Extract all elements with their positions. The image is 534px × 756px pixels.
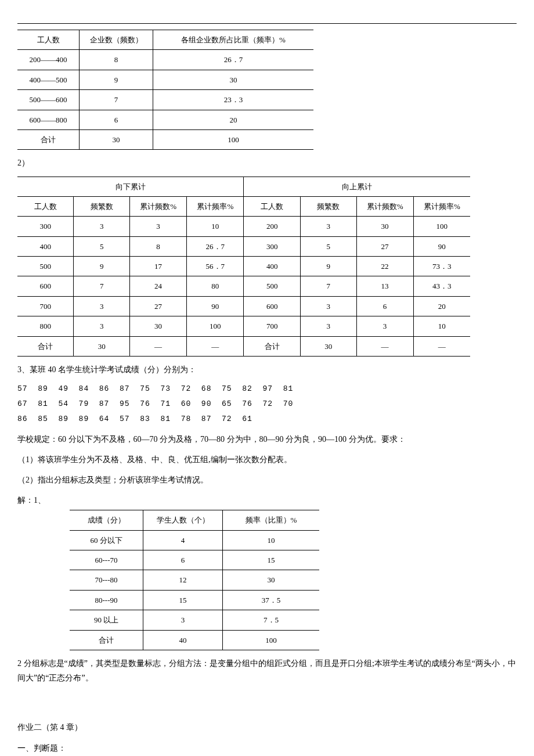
table-row: 400——500930 [17,70,313,89]
hw2-title: 作业二（第 4 章） [17,720,517,735]
requirement-1: （1）将该班学生分为不及格、及格、中、良、优五组,编制一张次数分配表。 [17,452,517,467]
table-row: 合计40100 [70,630,319,650]
table-row: 3003310200330100 [17,217,470,236]
table-row: 60---70615 [70,550,319,570]
q3-title: 3、某班 40 名学生统计学考试成绩（分）分别为： [17,362,517,377]
table-row: 60 分以下410 [70,530,319,550]
score-data-row1: 57 89 49 84 86 87 75 73 72 68 75 82 97 8… [17,383,517,395]
table-workers-frequency: 工人数 企业数（频数） 各组企业数所占比重（频率）% 200——400826．7… [17,30,313,150]
rule-text: 学校规定：60 分以下为不及格，60—70 分为及格，70—80 分为中，80—… [17,432,517,447]
table-row: 50091756．740092273．3 [17,257,470,276]
score-data-row2: 67 81 54 79 87 95 76 71 60 90 65 76 72 7… [17,398,517,411]
table-row: 6007248050071343．3 [17,276,470,296]
section-1-title: 一、判断题： [17,741,517,755]
requirement-2: （2）指出分组标志及类型；分析该班学生考试情况。 [17,473,517,487]
t1-h1: 工人数 [17,30,80,50]
table-row: 8003301007003310 [17,316,470,336]
solve-label: 解：1、 [17,493,517,507]
table-row: 80---901537．5 [70,590,319,610]
table-row: 90 以上37．5 [70,610,319,630]
table-row: 700327906003620 [17,296,470,316]
page-rule-top [17,23,517,24]
table-row: 4005826．730052790 [17,236,470,256]
table-score-distribution: 成绩（分） 学生人数（个） 频率（比重）% 60 分以下410 60---706… [70,510,319,650]
t1-h2: 企业数（频数） [80,30,153,50]
score-data-row3: 86 85 89 89 64 57 83 81 78 87 72 61 [17,413,517,426]
label-part2: 2） [17,156,517,170]
table-row: 600——800620 [17,110,313,129]
table-row: 合计30100 [17,129,313,149]
table-row: 500——600723．3 [17,90,313,110]
t2-group-up: 向上累计 [244,177,470,196]
table-cumulative: 向下累计 向上累计 工人数 频繁数 累计频数% 累计频率% 工人数 频繁数 累计… [17,177,470,357]
table-row: 合计30——合计30—— [17,336,470,356]
table-row: 70---801230 [70,570,319,590]
t1-h3: 各组企业数所占比重（频率）% [153,30,314,50]
analysis-text: 2 分组标志是“成绩”，其类型是数量标志，分组方法：是变量分组中的组距式分组，而… [17,656,517,685]
table-row: 200——400826．7 [17,50,313,70]
t2-group-down: 向下累计 [17,177,244,196]
